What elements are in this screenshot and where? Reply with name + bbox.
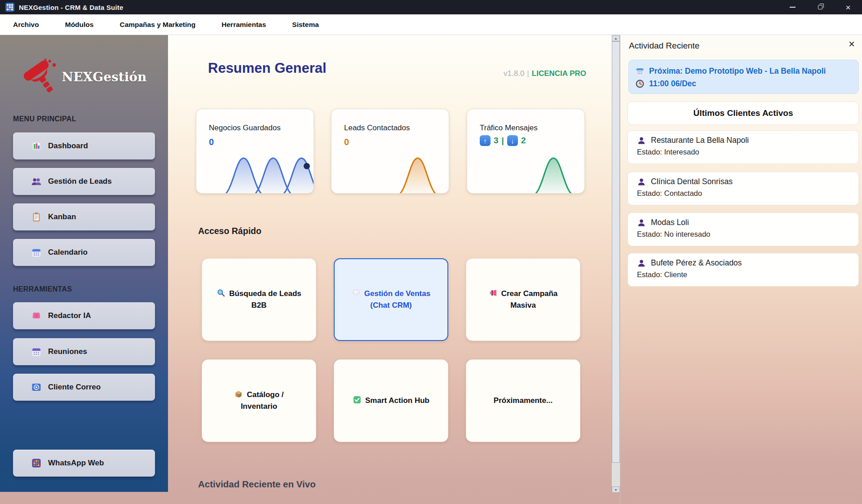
close-icon[interactable]: × — [834, 0, 862, 14]
sidebar-item-label: Gestión de Leads — [48, 177, 112, 186]
client-card[interactable]: Clínica Dental Sonrisas Estado: Contacta… — [628, 172, 859, 205]
quick-card-catalogo-inventario[interactable]: Catálogo / Inventario — [202, 359, 316, 442]
live-activity-heading: Actividad Reciente en Vivo — [198, 479, 316, 490]
sidebar-item-calendario[interactable]: Calendario — [13, 239, 155, 266]
scrollbar-thumb[interactable] — [612, 41, 620, 463]
upcoming-event-card[interactable]: Próxima: Demo Prototipo Web - La Bella N… — [628, 60, 859, 94]
arrow-up-icon: ↑ — [480, 135, 491, 146]
arrow-down-icon: ↓ — [507, 135, 518, 146]
clock-icon — [635, 79, 645, 88]
calendar-icon — [635, 66, 645, 76]
sidebar-item-gestion-de-leads[interactable]: Gestión de Leads — [13, 168, 155, 195]
client-name: Restaurante La Bella Napoli — [651, 136, 749, 145]
megaphone-icon — [489, 288, 498, 297]
client-card[interactable]: Modas Loli Estado: No interesado — [628, 212, 859, 246]
panel-close-icon[interactable]: × — [849, 39, 855, 49]
client-status: Estado: Cliente — [637, 270, 849, 279]
sidebar-item-label: Cliente Correo — [48, 383, 101, 392]
sidebar-item-label: Redactor IA — [48, 311, 91, 320]
separator: | — [527, 69, 529, 78]
menu-herramientas[interactable]: Herramientas — [208, 14, 279, 35]
client-card[interactable]: Bufete Pérez & Asociados Estado: Cliente — [628, 253, 859, 287]
stat-label: Tráfico Mensajes — [480, 124, 538, 133]
quick-card-busqueda-leads-b2b[interactable]: Búsqueda de Leads B2B — [202, 258, 316, 341]
sidebar-item-label: Reuniones — [48, 347, 87, 356]
app-window: NEXGestion - CRM & Data Suite × Archivo … — [0, 0, 862, 504]
version-label: v1.8.0 — [504, 69, 524, 78]
sidebar-item-redactor-ia[interactable]: Redactor IA — [13, 302, 155, 329]
section-label-menu-principal: MENU PRINCIPAL — [13, 115, 76, 123]
menu-sistema[interactable]: Sistema — [279, 14, 332, 35]
stat-label: Leads Contactados — [344, 124, 410, 133]
stat-card-trafico-mensajes: Tráfico Mensajes ↑ 3 | ↓ 2 — [467, 109, 585, 194]
logo-text: NEXGestión — [62, 70, 147, 84]
page-title: Resumen General — [208, 60, 327, 76]
menu-modulos[interactable]: Módulos — [52, 14, 107, 35]
at-mail-icon — [31, 382, 42, 393]
sidebar-item-cliente-correo[interactable]: Cliente Correo — [13, 374, 155, 401]
sidebar-item-kanban[interactable]: Kanban — [13, 203, 155, 230]
quick-card-crear-campana-masiva[interactable]: Crear Campaña Masiva — [466, 258, 580, 341]
traffic-separator: | — [502, 136, 504, 146]
traffic-values: ↑ 3 | ↓ 2 — [480, 135, 526, 146]
quick-card-proximamente[interactable]: Próximamente... — [466, 359, 580, 442]
hammer-icon — [22, 57, 59, 97]
stat-card-leads-contactados: Leads Contactados 0 — [331, 109, 449, 194]
section-label-herramientas: HERRAMIENTAS — [13, 285, 72, 293]
person-icon — [637, 177, 646, 186]
calendar-icon — [31, 247, 42, 258]
version-license: v1.8.0|LICENCIA PRO — [504, 69, 586, 78]
grid-icon — [31, 458, 42, 469]
package-icon — [234, 389, 243, 398]
quick-card-label: Próximamente... — [494, 396, 553, 405]
client-name: Clínica Dental Sonrisas — [651, 177, 733, 186]
sidebar-item-whatsapp-web[interactable]: WhatsApp Web — [13, 450, 155, 477]
calendar-icon — [31, 346, 42, 357]
app-icon — [5, 3, 14, 12]
stat-label: Negocios Guardados — [209, 124, 281, 133]
quick-card-label: Crear Campaña Masiva — [501, 289, 558, 309]
stat-value: 0 — [344, 137, 349, 147]
check-icon — [353, 395, 362, 404]
activity-panel: Actividad Reciente × Próxima: Demo Proto… — [620, 35, 862, 504]
clients-header: Últimos Clientes Activos — [628, 102, 859, 125]
clipboard-icon — [31, 212, 42, 222]
scroll-down-icon[interactable]: ▼ — [612, 486, 620, 493]
title-bar: NEXGestion - CRM & Data Suite × — [0, 0, 862, 14]
quick-card-label: Smart Action Hub — [365, 396, 429, 405]
quick-card-smart-action-hub[interactable]: Smart Action Hub — [334, 359, 448, 442]
person-icon — [637, 218, 646, 227]
people-icon — [31, 176, 42, 187]
restore-icon[interactable] — [806, 0, 834, 14]
window-title: NEXGestion - CRM & Data Suite — [19, 4, 124, 11]
traffic-up-value: 3 — [494, 136, 499, 146]
menu-archivo[interactable]: Archivo — [0, 14, 52, 35]
sidebar-item-label: Calendario — [48, 248, 88, 257]
scroll-up-icon[interactable]: ▲ — [612, 35, 620, 41]
quick-card-gestion-de-ventas[interactable]: Gestión de Ventas (Chat CRM) — [334, 258, 448, 341]
sidebar-item-reuniones[interactable]: Reuniones — [13, 338, 155, 365]
event-title: Próxima: Demo Prototipo Web - La Bella N… — [649, 66, 826, 76]
quick-card-label: Búsqueda de Leads B2B — [229, 289, 301, 309]
menu-bar: Archivo Módulos Campañas y Marketing Her… — [0, 14, 862, 35]
minimize-icon[interactable] — [778, 0, 806, 14]
client-status: Estado: No interesado — [637, 230, 849, 239]
main-content: Resumen General v1.8.0|LICENCIA PRO Nego… — [168, 35, 612, 493]
menu-campanas-marketing[interactable]: Campañas y Marketing — [106, 14, 208, 35]
stat-card-negocios-guardados: Negocios Guardados 0 — [196, 109, 314, 194]
quick-access-title: Acceso Rápido — [198, 226, 261, 236]
client-name: Bufete Pérez & Asociados — [651, 258, 742, 268]
client-name: Modas Loli — [651, 218, 689, 227]
sidebar: NEXGestión MENU PRINCIPAL Dashboard — [0, 35, 168, 492]
person-icon — [637, 136, 646, 145]
quick-card-label: Catálogo / Inventario — [241, 390, 284, 411]
client-card[interactable]: Restaurante La Bella Napoli Estado: Inte… — [628, 130, 859, 164]
app-logo: NEXGestión — [0, 43, 168, 111]
sparkline-green — [467, 153, 585, 193]
sidebar-item-dashboard[interactable]: Dashboard — [13, 133, 155, 159]
brain-icon — [31, 310, 42, 321]
event-time: 11:00 06/Dec — [649, 79, 696, 88]
license-badge: LICENCIA PRO — [532, 69, 586, 78]
vertical-scrollbar[interactable]: ▲ ▼ — [612, 35, 620, 493]
window-body: NEXGestión MENU PRINCIPAL Dashboard — [0, 35, 862, 504]
